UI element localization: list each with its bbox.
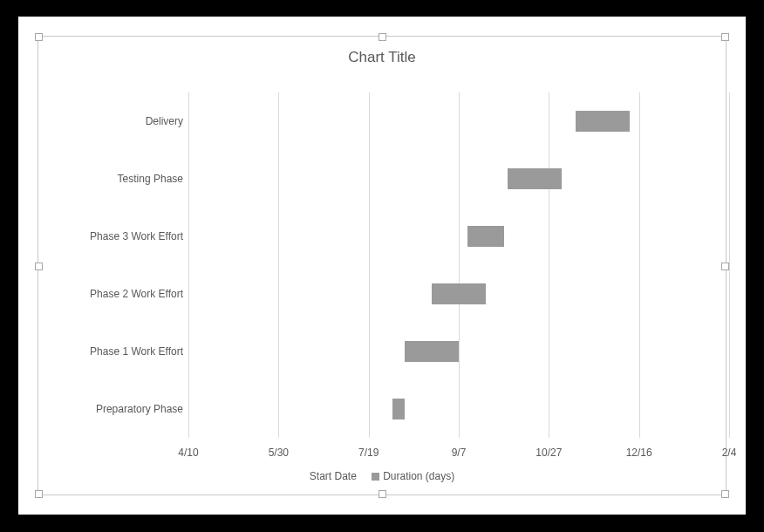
task-row: Delivery (188, 92, 729, 150)
y-tick-label: Delivery (44, 115, 183, 127)
legend-swatch-icon (372, 473, 379, 481)
task-row: Phase 3 Work Effort (188, 208, 729, 265)
x-tick-label: 12/16 (626, 447, 652, 459)
resize-handle[interactable] (721, 490, 729, 498)
y-tick-label: Testing Phase (44, 173, 183, 185)
selection-border: Chart Title 4/105/307/199/710/2712/162/4… (38, 36, 726, 495)
duration-bar[interactable] (432, 283, 486, 304)
resize-handle[interactable] (35, 33, 43, 41)
y-tick-label: Phase 3 Work Effort (44, 230, 183, 242)
chart-object[interactable]: Chart Title 4/105/307/199/710/2712/162/4… (18, 17, 746, 515)
resize-handle[interactable] (35, 263, 43, 270)
duration-bar[interactable] (508, 168, 562, 189)
resize-handle[interactable] (35, 490, 43, 498)
duration-bar[interactable] (467, 226, 503, 247)
duration-bar[interactable] (405, 341, 459, 362)
x-tick-label: 9/7 (452, 447, 467, 459)
legend[interactable]: Start Date Duration (days) (38, 470, 726, 482)
duration-bar[interactable] (576, 111, 630, 132)
resize-handle[interactable] (379, 490, 386, 498)
resize-handle[interactable] (721, 33, 729, 41)
x-tick-label: 10/27 (535, 447, 562, 459)
plot-area[interactable]: 4/105/307/199/710/2712/162/4Preparatory … (188, 92, 729, 438)
x-tick-label: 7/19 (358, 447, 379, 459)
chart-title[interactable]: Chart Title (38, 49, 726, 66)
legend-entry-start: Start Date (310, 470, 357, 482)
task-row: Phase 1 Work Effort (188, 323, 729, 380)
y-tick-label: Phase 2 Work Effort (44, 288, 183, 300)
task-row: Preparatory Phase (188, 380, 729, 438)
resize-handle[interactable] (379, 33, 386, 41)
legend-entry-duration: Duration (days) (383, 470, 454, 482)
task-row: Phase 2 Work Effort (188, 265, 729, 323)
x-tick-label: 5/30 (269, 447, 289, 459)
x-tick-label: 4/10 (178, 447, 198, 459)
y-tick-label: Phase 1 Work Effort (44, 345, 183, 358)
gridline (729, 92, 730, 438)
x-tick-label: 2/4 (722, 447, 737, 459)
task-row: Testing Phase (188, 150, 729, 208)
y-tick-label: Preparatory Phase (44, 403, 183, 415)
duration-bar[interactable] (392, 399, 405, 419)
